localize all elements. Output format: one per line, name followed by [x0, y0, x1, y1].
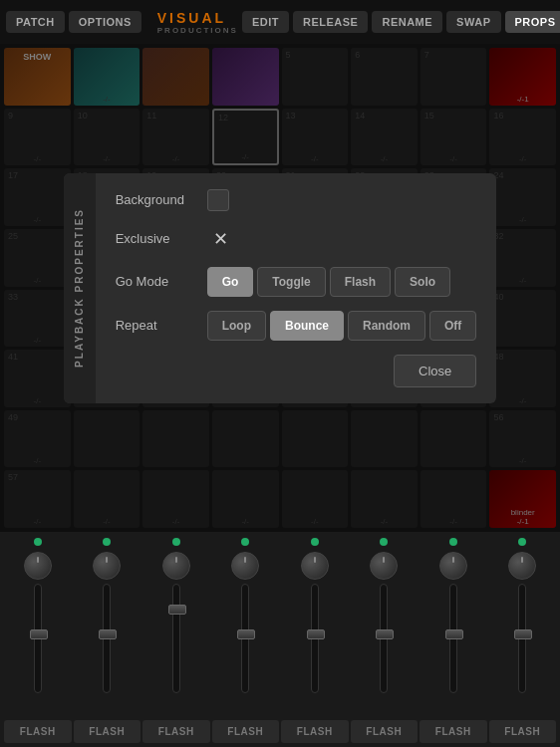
- channel-3-fader-track: [172, 584, 180, 693]
- channel-8-indicator: [518, 538, 526, 546]
- flash-btn-5[interactable]: FLASH: [281, 720, 349, 743]
- fader-channel-4: [212, 538, 280, 693]
- fader-channel-5: [281, 538, 349, 693]
- flash-btn-7[interactable]: FLASH: [420, 720, 487, 743]
- channel-3-knob[interactable]: [162, 552, 190, 580]
- channel-5-knob[interactable]: [301, 552, 329, 580]
- rename-button[interactable]: RENAME: [372, 11, 442, 33]
- channel-6-fader-track: [380, 584, 388, 693]
- modal-sidebar: PLAYBACK PROPERTIES: [64, 173, 96, 403]
- channel-1-indicator: [34, 538, 42, 546]
- repeat-label: Repeat: [116, 318, 195, 333]
- logo: VISUAL PRODUCTIONS: [157, 10, 238, 35]
- fader-channel-2: [74, 538, 141, 693]
- repeat-group: Loop Bounce Random Off: [207, 311, 477, 341]
- channel-7-fader-track: [449, 584, 457, 693]
- channel-5-fader-track: [311, 584, 319, 693]
- go-mode-flash-button[interactable]: Flash: [330, 267, 391, 297]
- exclusive-toggle[interactable]: ✕: [207, 225, 235, 253]
- background-checkbox[interactable]: [207, 189, 229, 211]
- channel-8-knob[interactable]: [508, 552, 536, 580]
- playback-properties-modal: PLAYBACK PROPERTIES Background Exclusive…: [64, 173, 497, 403]
- repeat-random-button[interactable]: Random: [348, 311, 425, 341]
- channel-8-fader-track: [518, 584, 526, 693]
- channel-8-fader-handle[interactable]: [514, 629, 532, 639]
- close-button[interactable]: Close: [394, 355, 476, 387]
- channel-3-indicator: [172, 538, 180, 546]
- repeat-bounce-button[interactable]: Bounce: [270, 311, 344, 341]
- release-button[interactable]: RELEASE: [293, 11, 368, 33]
- channel-4-knob[interactable]: [231, 552, 259, 580]
- background-row: Background: [116, 189, 477, 211]
- background-label: Background: [116, 192, 195, 207]
- channel-2-fader-track: [103, 584, 111, 693]
- go-mode-group: Go Toggle Flash Solo: [207, 267, 450, 297]
- fader-row: [0, 532, 560, 716]
- repeat-row: Repeat Loop Bounce Random Off: [116, 311, 477, 341]
- channel-7-indicator: [449, 538, 457, 546]
- mixer-area: FLASH FLASH FLASH FLASH FLASH FLASH FLAS…: [0, 532, 560, 747]
- channel-2-knob[interactable]: [93, 552, 121, 580]
- go-mode-row: Go Mode Go Toggle Flash Solo: [116, 267, 477, 297]
- swap-button[interactable]: SWAP: [446, 11, 500, 33]
- go-mode-label: Go Mode: [116, 274, 195, 289]
- options-button[interactable]: OPTIONS: [69, 11, 141, 33]
- channel-6-knob[interactable]: [370, 552, 398, 580]
- channel-2-indicator: [103, 538, 111, 546]
- channel-1-fader-handle[interactable]: [30, 629, 48, 639]
- flash-btn-1[interactable]: FLASH: [4, 720, 72, 743]
- channel-4-indicator: [241, 538, 249, 546]
- flash-btn-2[interactable]: FLASH: [74, 720, 141, 743]
- go-mode-toggle-button[interactable]: Toggle: [257, 267, 325, 297]
- fader-channel-8: [489, 538, 557, 693]
- fader-channel-1: [4, 538, 72, 693]
- flash-btn-6[interactable]: FLASH: [351, 720, 419, 743]
- modal-overlay: PLAYBACK PROPERTIES Background Exclusive…: [0, 44, 560, 532]
- repeat-loop-button[interactable]: Loop: [207, 311, 266, 341]
- channel-3-fader-handle[interactable]: [168, 605, 186, 615]
- grid-area: SHOW -/- 5 6 7 -/-1: [0, 44, 560, 532]
- channel-7-knob[interactable]: [439, 552, 467, 580]
- channel-1-knob[interactable]: [24, 552, 52, 580]
- channel-4-fader-handle[interactable]: [237, 629, 255, 639]
- flash-btn-4[interactable]: FLASH: [212, 720, 280, 743]
- go-mode-solo-button[interactable]: Solo: [395, 267, 450, 297]
- fader-channel-6: [351, 538, 419, 693]
- fader-channel-3: [142, 538, 210, 693]
- channel-5-fader-handle[interactable]: [307, 629, 325, 639]
- exclusive-row: Exclusive ✕: [116, 225, 477, 253]
- flash-btn-8[interactable]: FLASH: [489, 720, 557, 743]
- edit-button[interactable]: EDIT: [242, 11, 289, 33]
- exclusive-label: Exclusive: [116, 231, 195, 246]
- channel-5-indicator: [311, 538, 319, 546]
- repeat-off-button[interactable]: Off: [429, 311, 476, 341]
- modal-close-row: Close: [116, 355, 477, 387]
- modal-content-area: Background Exclusive ✕ Go Mode Go Toggle…: [96, 173, 497, 403]
- channel-6-fader-handle[interactable]: [376, 629, 394, 639]
- go-mode-go-button[interactable]: Go: [207, 267, 254, 297]
- modal-sidebar-label: PLAYBACK PROPERTIES: [74, 208, 85, 368]
- flash-button-row: FLASH FLASH FLASH FLASH FLASH FLASH FLAS…: [0, 716, 560, 747]
- channel-1-fader-track: [34, 584, 42, 693]
- fader-channel-7: [420, 538, 487, 693]
- channel-7-fader-handle[interactable]: [445, 629, 463, 639]
- props-button[interactable]: PROPS: [505, 11, 560, 33]
- patch-button[interactable]: PATCH: [6, 11, 65, 33]
- flash-btn-3[interactable]: FLASH: [142, 720, 210, 743]
- channel-2-fader-handle[interactable]: [99, 629, 117, 639]
- channel-6-indicator: [380, 538, 388, 546]
- top-bar: PATCH OPTIONS VISUAL PRODUCTIONS EDIT RE…: [0, 0, 560, 44]
- channel-4-fader-track: [241, 584, 249, 693]
